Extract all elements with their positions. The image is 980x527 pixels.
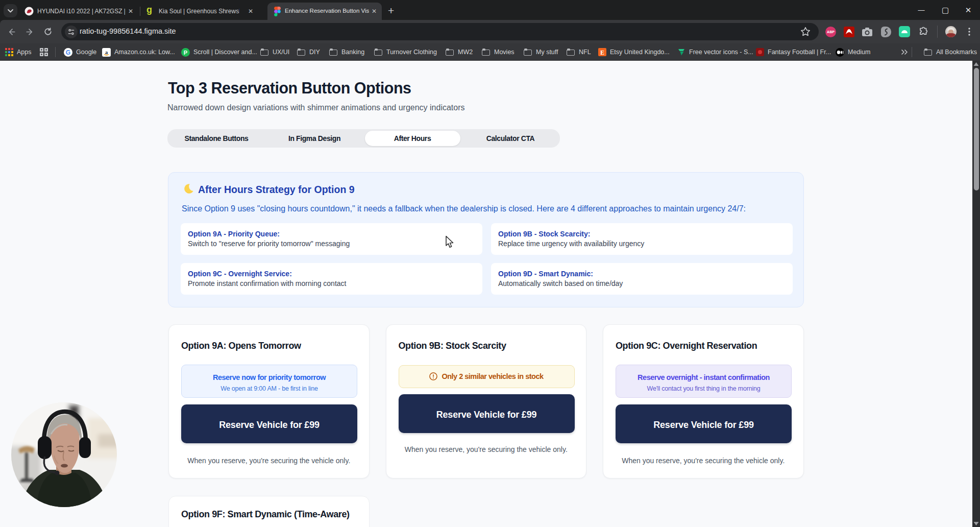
svg-text:E: E	[600, 49, 604, 56]
svg-text:G: G	[66, 49, 70, 56]
svg-text:a: a	[105, 49, 108, 55]
svg-text:P: P	[184, 49, 187, 55]
